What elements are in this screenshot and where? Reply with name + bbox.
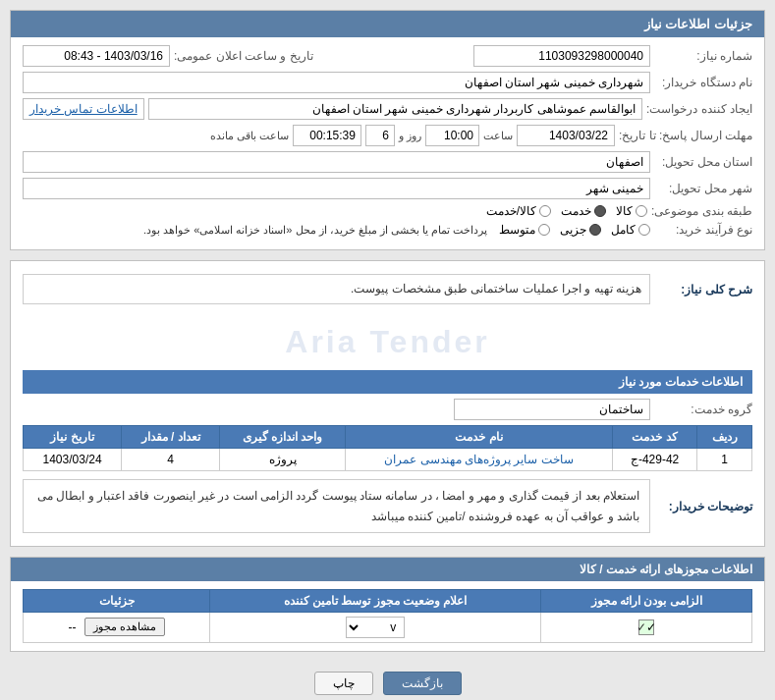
print-button[interactable]: چاپ [314, 672, 373, 695]
services-header: اطلاعات خدمات مورد نیاز [23, 370, 752, 394]
description-card-body: شرح کلی نیاز: هزینه تهیه و اجرا عملیات س… [11, 261, 764, 546]
purchase-partial-radio[interactable] [589, 224, 601, 236]
col-code: کد خدمت [613, 426, 697, 449]
purchase-full: کامل [611, 223, 650, 237]
row-purchase-type: نوع فرآیند خرید: کامل جزیی متوسط [23, 223, 752, 237]
datetime-value: 1403/03/16 - 08:43 [23, 45, 170, 67]
category-goods-service: کالا/خدمت [486, 204, 551, 218]
category-radio-group: کالا خدمت کالا/خدمت [486, 204, 647, 218]
purchase-note: پرداخت تمام یا بخشی از مبلغ خرید، از محل… [143, 224, 487, 237]
buyer-note-label: توضیحات خریدار: [654, 500, 752, 513]
row-city: شهر محل تحویل: خمینی شهر [23, 178, 752, 199]
col-details: جزئیات [24, 589, 210, 612]
description-row: شرح کلی نیاز: هزینه تهیه و اجرا عملیات س… [23, 269, 752, 309]
request-number-label: شماره نیاز: [654, 49, 752, 63]
row-deadline: مهلت ارسال پاسخ: تا تاریخ: 1403/03/22 سا… [23, 125, 752, 146]
category-goods-label: کالا [616, 204, 633, 218]
watermark: Aria Tender [23, 314, 752, 370]
permits-card: اطلاعات مجوزهای ارائه خدمت / کالا الزامی… [10, 557, 765, 652]
province-label: استان محل تحویل: [654, 155, 752, 169]
required-checkbox: ✓ [638, 619, 654, 635]
cell-row-num: 1 [697, 449, 752, 471]
back-button[interactable]: بازگشت [383, 672, 462, 695]
purchase-full-label: کامل [611, 223, 636, 237]
card-title: جزئیات اطلاعات نیاز [644, 17, 752, 31]
category-goods-radio[interactable] [636, 205, 647, 217]
city-label: شهر محل تحویل: [654, 182, 752, 195]
cell-required: ✓ [541, 612, 752, 642]
col-date: تاریخ نیاز [24, 426, 122, 449]
permits-body: الزامی بودن ارائه مجوز اعلام وضعیت مجوز … [11, 581, 764, 651]
col-qty: تعداد / مقدار [122, 426, 220, 449]
permits-table-row: ✓ v مشاهده مجوز -- [24, 612, 752, 642]
response-date: 1403/03/22 [517, 125, 615, 146]
remaining-time: 00:15:39 [293, 125, 361, 146]
cell-date: 1403/03/24 [24, 449, 122, 471]
description-header: شرح کلی نیاز: [654, 283, 752, 296]
permit-details-value: -- [69, 620, 77, 634]
cell-status: v [210, 612, 541, 642]
day-label: روز و [399, 130, 421, 142]
status-select[interactable]: v [346, 617, 405, 638]
row-buyer-org: نام دستگاه خریدار: شهرداری خمینی شهر است… [23, 72, 752, 93]
creator-label: ایجاد کننده درخواست: [646, 102, 752, 116]
description-card: شرح کلی نیاز: هزینه تهیه و اجرا عملیات س… [10, 260, 765, 547]
col-unit: واحد اندازه گیری [220, 426, 346, 449]
contact-link[interactable]: اطلاعات تماس خریدار [23, 98, 144, 120]
col-row-num: ردیف [697, 426, 752, 449]
buyer-note-content: استعلام بعد از قیمت گذاری و مهر و امضا ،… [23, 479, 650, 533]
category-goods-service-label: کالا/خدمت [486, 204, 536, 218]
card-body: شماره نیاز: 1103093298000040 تاریخ و ساع… [11, 37, 764, 249]
category-service-radio[interactable] [594, 205, 606, 217]
purchase-full-radio[interactable] [638, 224, 650, 236]
purchase-partial-label: جزیی [560, 223, 586, 237]
category-goods-service-radio[interactable] [539, 205, 551, 217]
table-row: 1 429-42-ج ساخت سایر پروژه‌های مهندسی عم… [24, 449, 752, 471]
category-label: طبقه بندی موضوعی: [651, 204, 752, 218]
view-permit-button[interactable]: مشاهده مجوز [84, 618, 165, 636]
col-required: الزامی بودن ارائه مجوز [541, 589, 752, 612]
category-service-label: خدمت [561, 204, 591, 218]
card-header: جزئیات اطلاعات نیاز [11, 11, 764, 37]
service-group-label: گروه خدمت: [654, 403, 752, 416]
page-wrapper: جزئیات اطلاعات نیاز شماره نیاز: 11030932… [0, 0, 775, 700]
col-status: اعلام وضعیت مجوز توسط تامین کننده [210, 589, 541, 612]
service-table: ردیف کد خدمت نام خدمت واحد اندازه گیری ت… [23, 425, 752, 471]
buyer-org-label: نام دستگاه خریدار: [654, 76, 752, 89]
cell-details: مشاهده مجوز -- [24, 612, 210, 642]
main-card: جزئیات اطلاعات نیاز شماره نیاز: 11030932… [10, 10, 765, 250]
description-value: هزینه تهیه و اجرا عملیات ساختمانی طبق مش… [23, 274, 650, 304]
service-group-value: ساختمان [454, 399, 650, 420]
purchase-medium-radio[interactable] [538, 224, 550, 236]
remaining-label: ساعت باقی مانده [210, 130, 289, 142]
creator-value: ابوالقاسم عموشاهی کاربردار شهرداری خمینی… [148, 98, 642, 120]
purchase-medium: متوسط [499, 223, 550, 237]
time-label: ساعت [483, 130, 513, 142]
response-day: 6 [365, 125, 395, 146]
purchase-radio-group: کامل جزیی متوسط [499, 223, 650, 237]
category-service: خدمت [561, 204, 606, 218]
category-goods: کالا [616, 204, 647, 218]
buyer-org-value: شهرداری خمینی شهر استان اصفهان [23, 72, 650, 93]
row-request-number: شماره نیاز: 1103093298000040 تاریخ و ساع… [23, 45, 752, 67]
city-value: خمینی شهر [23, 178, 650, 199]
province-value: اصفهان [23, 151, 650, 173]
row-province: استان محل تحویل: اصفهان [23, 151, 752, 173]
row-creator: ایجاد کننده درخواست: ابوالقاسم عموشاهی ک… [23, 98, 752, 120]
purchase-partial: جزیی [560, 223, 601, 237]
buyer-note-row: توضیحات خریدار: استعلام بعد از قیمت گذار… [23, 479, 752, 533]
row-category: طبقه بندی موضوعی: کالا خدمت کالا/خدمت [23, 204, 752, 218]
permits-header: اطلاعات مجوزهای ارائه خدمت / کالا [11, 558, 764, 581]
service-group-row: گروه خدمت: ساختمان [23, 399, 752, 420]
permits-table: الزامی بودن ارائه مجوز اعلام وضعیت مجوز … [23, 589, 752, 643]
button-row: بازگشت چاپ [10, 662, 765, 700]
cell-qty: 4 [122, 449, 220, 471]
datetime-label: تاریخ و ساعت اعلان عمومی: [174, 49, 313, 63]
col-name: نام خدمت [346, 426, 613, 449]
purchase-type-label: نوع فرآیند خرید: [654, 223, 752, 237]
deadline-label: مهلت ارسال پاسخ: تا تاریخ: [619, 129, 752, 142]
cell-unit: پروژه [220, 449, 346, 471]
cell-name: ساخت سایر پروژه‌های مهندسی عمران [346, 449, 613, 471]
purchase-medium-label: متوسط [499, 223, 535, 237]
cell-code: 429-42-ج [613, 449, 697, 471]
